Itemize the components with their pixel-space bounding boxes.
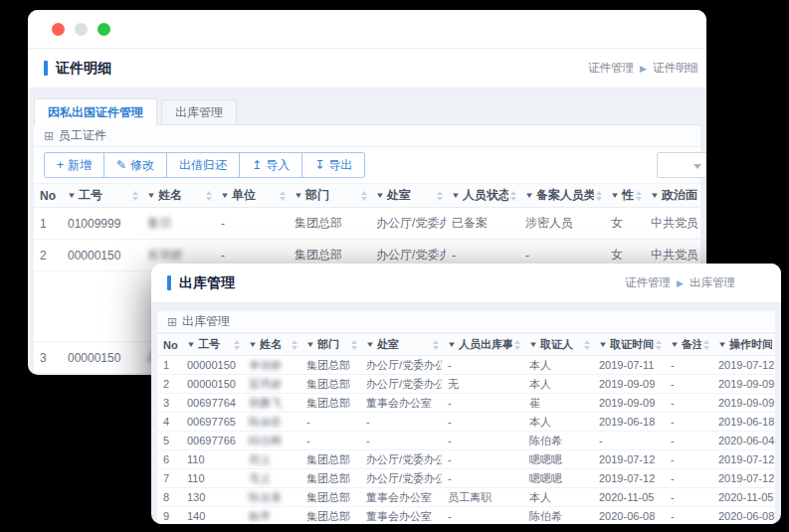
zoom-button[interactable] [98,23,110,36]
column-header-quzhengren[interactable]: ▼取证人 [523,334,593,356]
column-header-zhengzhi-mianmao[interactable]: ▼政治面貌 [645,184,700,208]
column-header-bumen[interactable]: ▼部门 [300,334,360,356]
table-row[interactable]: 100000150单琰娇集团总部办公厅/党委办公室-本人2019-07-11-2… [157,356,775,375]
column-header-beian-leibie[interactable]: ▼备案人员类别 [519,184,605,208]
column-header-xingbie[interactable]: ▼性别 [605,184,645,208]
sort-icon[interactable] [636,191,642,201]
cell-quzhengren: 崔 [523,394,593,413]
table-row[interactable]: 6110郑义集团总部办公厅/党委办公室-嗯嗯嗯2019-07-12-2019-0… [157,450,775,469]
sort-icon[interactable] [437,191,443,201]
export-button[interactable]: ↧ 导出 [301,152,365,178]
sort-icon[interactable] [206,191,212,201]
import-button[interactable]: ↥ 导入 [239,152,302,178]
sort-icon[interactable] [703,340,709,350]
breadcrumb-parent[interactable]: 证件管理 [588,61,634,76]
table-row[interactable]: 8130陈达曼集团总部董事会办公室员工离职本人2020-11-05-2020-1… [157,488,775,507]
edit-button[interactable]: ✎ 修改 [103,152,167,178]
cell-no: 7 [157,469,181,488]
column-header-danwei[interactable]: ▼单位 [215,184,289,208]
filter-icon[interactable]: ▼ [366,340,375,349]
sort-icon[interactable] [656,340,662,350]
cell-zhengzhi-mianmao: 中共党员 [645,208,700,240]
filter-icon[interactable]: ▼ [599,340,608,349]
filter-icon[interactable]: ▼ [611,191,620,200]
filter-icon[interactable]: ▼ [306,340,315,349]
cell-quzhengren: 陈伯希 [523,432,593,450]
column-label: 部门 [317,337,339,352]
table-row[interactable]: 500697766吗伯㭎---陈伯希--2020-06-04 [157,432,775,450]
breadcrumb-parent[interactable]: 证件管理 [625,275,671,290]
filter-icon[interactable]: ▼ [147,191,156,200]
column-header-gonghao[interactable]: ▼工号 [62,184,141,208]
filter-icon[interactable]: ▼ [295,191,303,200]
table-row[interactable]: 7110韦义集团总部办公厅/党委办公室-嗯嗯嗯2019-07-12-2019-0… [157,469,775,488]
add-button[interactable]: + 新增 [44,152,104,178]
section-title: 出库管理 [182,313,230,330]
minimize-button[interactable] [75,23,88,36]
filter-icon[interactable]: ▼ [525,191,534,200]
column-header-chuku-shiyou[interactable]: ▼人员出库事由 [442,334,523,356]
table-row[interactable]: 300697764胡鹏飞集团总部董事会办公室-崔2019-09-09-2019-… [157,394,775,413]
tab-outbound-mgmt[interactable]: 出库管理 [161,99,237,124]
filter-icon[interactable]: ▼ [376,191,385,200]
column-header-beizhu[interactable]: ▼备注 [665,334,712,356]
sort-icon[interactable] [280,191,286,201]
sort-icon[interactable] [510,191,516,201]
sort-icon[interactable] [351,340,357,350]
page-size-select[interactable] [657,152,706,178]
sort-icon[interactable] [433,340,439,350]
cell-beizhu: - [665,356,712,375]
column-label: 处室 [377,337,399,352]
spacer [28,89,706,98]
cell-quzhengren: 陈伯希 [523,507,593,525]
filter-icon[interactable]: ▼ [68,191,77,200]
filter-icon[interactable]: ▼ [249,340,258,349]
column-header-chushi[interactable]: ▼处室 [360,334,442,356]
cell-beizhu: - [665,432,712,450]
sort-icon[interactable] [596,191,602,201]
table-row[interactable]: 200000150冨琇娇集团总部办公厅/党委办公室无本人2019-09-09-2… [157,375,775,394]
cell-bumen: 集团总部 [300,507,360,525]
column-header-quzheng-shijian[interactable]: ▼取证时间 [593,334,665,356]
sort-icon[interactable] [132,191,138,201]
sort-icon[interactable] [234,340,240,350]
filter-icon[interactable]: ▼ [651,191,660,200]
sort-icon[interactable] [584,340,590,350]
cell-xingming: 杨琴 [243,507,300,525]
table-row[interactable]: 400697765陈淑弈---本人2019-06-18-2019-06-18 [157,413,775,432]
column-label: 单位 [232,187,256,204]
sort-icon[interactable] [292,340,297,350]
lend-return-button[interactable]: 出借归还 [166,152,240,178]
filter-icon[interactable]: ▼ [452,191,461,200]
column-header-caozuo-shijian[interactable]: ▼操作时间 [712,334,775,356]
column-header-chushi[interactable]: ▼处室 [370,184,446,208]
close-button[interactable] [52,23,65,36]
filter-icon[interactable]: ▼ [448,340,457,349]
filter-icon[interactable]: ▼ [529,340,538,349]
filter-icon[interactable]: ▼ [221,191,230,200]
tab-private-abroad-cert-mgmt[interactable]: 因私出国证件管理 [34,98,157,125]
filter-icon[interactable]: ▼ [718,340,727,349]
sort-icon[interactable] [361,191,367,201]
filter-icon[interactable]: ▼ [187,340,196,349]
column-header-xingming[interactable]: ▼姓名 [141,184,215,208]
cell-quzheng-shijian: 2019-09-09 [593,394,665,413]
cell-chuku-shiyou: - [442,507,523,525]
cell-xingming: 吗伯㭎 [243,432,300,450]
cell-gonghao: 130 [181,488,243,507]
column-label: 工号 [198,337,220,352]
column-header-xingming[interactable]: ▼姓名 [243,334,300,356]
cell-chushi: 董事会办公室 [360,507,442,525]
column-header-gonghao[interactable]: ▼工号 [181,334,243,356]
cell-quzheng-shijian: 2019-07-11 [593,356,665,375]
cell-no: 3 [34,342,62,374]
column-header-renyuan-zhuangtai[interactable]: ▼人员状态 [446,184,519,208]
table-row[interactable]: 101009999姜滔-集团总部办公厅/党委办公室已备案涉密人员女中共党员 [34,208,700,240]
table-row[interactable]: 9140杨琴集团总部董事会办公室-陈伯希2020-06-08-2020-06-0… [157,507,775,525]
cell-bumen: 集团总部 [300,450,360,469]
column-header-bumen[interactable]: ▼部门 [289,184,370,208]
filter-icon[interactable]: ▼ [671,340,680,349]
sort-icon[interactable] [514,340,520,350]
cell-chushi: 办公厅/党委办公室 [360,469,442,488]
cell-chushi: 董事会办公室 [360,394,442,413]
